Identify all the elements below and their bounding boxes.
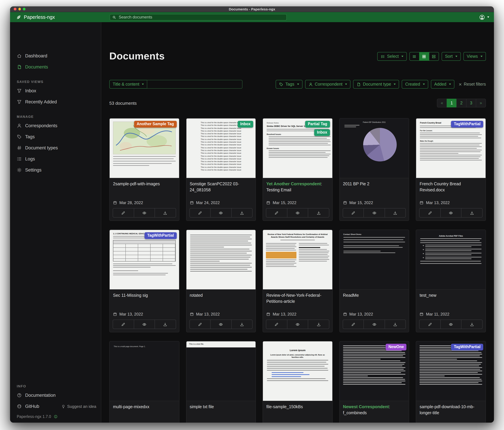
view-grid-button[interactable]	[419, 52, 429, 61]
user-menu[interactable]	[479, 14, 489, 20]
edit-button[interactable]	[343, 208, 364, 217]
tag-badge[interactable]: Inbox	[314, 129, 330, 136]
sidebar-item-inbox[interactable]: Inbox	[10, 85, 101, 96]
preview-button[interactable]	[210, 320, 231, 329]
document-card[interactable]: Contact Sheet DemoReadMeMar 13, 2022	[339, 230, 409, 332]
document-card[interactable]: TagWithPartialFrench Country BreadFor th…	[416, 118, 486, 221]
tag-badge[interactable]: Inbox	[238, 121, 253, 128]
document-title[interactable]: ReadMe	[340, 290, 409, 299]
document-card[interactable]: Adobe Acrobat PDF Filestest_newMar 11, 2…	[416, 230, 486, 332]
document-card[interactable]: NewOneNewest Correspondent: f_combineds	[339, 341, 409, 423]
document-card[interactable]: Patient BP Distribution 20112011 BP Pie …	[339, 118, 409, 221]
document-thumbnail[interactable]: This is a test file.	[186, 341, 255, 401]
preview-button[interactable]	[210, 208, 231, 217]
edit-button[interactable]	[420, 208, 440, 217]
preview-button[interactable]	[134, 320, 155, 329]
download-button[interactable]	[385, 320, 405, 329]
suggest-idea-link[interactable]: Suggest an idea	[62, 404, 96, 409]
document-title[interactable]: 2sample-pdf-with-images	[110, 178, 179, 187]
sort-button[interactable]: Sort	[442, 52, 461, 61]
sidebar-item-documents[interactable]: Documents	[10, 61, 101, 73]
document-title[interactable]: multi-page-mixedxx	[110, 401, 179, 410]
download-button[interactable]	[155, 208, 176, 217]
document-title[interactable]: sample-pdf-download-10-mb-longer-title	[416, 401, 486, 416]
title-content-filter-input[interactable]	[147, 80, 243, 89]
tag-badge[interactable]: TagWithPartial	[451, 344, 483, 350]
document-card[interactable]: This is a multi page document. Page 1.mu…	[109, 341, 179, 423]
edit-button[interactable]	[113, 208, 134, 217]
document-title[interactable]: 2011 BP Pie 2	[340, 178, 409, 187]
document-thumbnail[interactable]: Lorem ipsumLorem ipsum dolor sit amet, c…	[263, 341, 332, 401]
tag-badge[interactable]: TagWithPartial	[451, 121, 483, 128]
document-card[interactable]: Another Sample Tag2sample-pdf-with-image…	[109, 118, 179, 221]
document-thumbnail[interactable]: This is a multi page document. Page 1.	[110, 341, 179, 401]
document-thumbnail[interactable]: Review of New York Federal Petitions for…	[263, 230, 332, 290]
edit-button[interactable]	[266, 208, 287, 217]
document-card[interactable]: Partial TagInboxRelease NotesSimba ODBC …	[262, 118, 333, 221]
document-title[interactable]: Sonstige ScanPC2022 03-24_081058	[186, 178, 255, 193]
sidebar-item-settings[interactable]: Settings	[10, 165, 101, 176]
tag-badge[interactable]: Another Sample Tag	[134, 121, 177, 128]
document-card[interactable]: Review of New York Federal Petitions for…	[262, 230, 333, 332]
download-button[interactable]	[385, 208, 405, 217]
sidebar-item-documentation[interactable]: Documentation	[10, 390, 101, 401]
document-thumbnail[interactable]: Contact Sheet Demo	[340, 230, 409, 290]
filter-added-button[interactable]: Added	[431, 80, 454, 89]
document-thumbnail[interactable]	[186, 230, 255, 290]
preview-button[interactable]	[364, 208, 385, 217]
document-card[interactable]: This is a test file.simple txt file	[186, 341, 256, 423]
sidebar-item-correspondents[interactable]: Correspondents	[10, 120, 101, 131]
edit-button[interactable]	[343, 320, 364, 329]
document-title[interactable]: rotated	[186, 290, 255, 299]
zoom-window-button[interactable]	[23, 8, 25, 10]
sidebar-item-recently-added[interactable]: Recently Added	[10, 96, 101, 107]
filter-field-button[interactable]: Title & content	[109, 80, 147, 89]
preview-button[interactable]	[287, 320, 308, 329]
pagination-page-1[interactable]: 1	[447, 99, 457, 107]
download-button[interactable]	[155, 320, 176, 329]
filter-correspondent-button[interactable]: Correspondent	[305, 80, 351, 89]
edit-button[interactable]	[420, 320, 440, 329]
download-button[interactable]	[231, 208, 252, 217]
pagination-prev-button[interactable]: «	[437, 99, 447, 107]
document-card[interactable]: TagWithPartial1.1 CONTINUING MEDICAL EDU…	[109, 230, 179, 332]
download-button[interactable]	[308, 320, 329, 329]
select-button[interactable]: Select	[377, 52, 407, 61]
preview-button[interactable]	[440, 320, 461, 329]
minimize-window-button[interactable]	[18, 8, 21, 10]
pagination-page-3[interactable]: 3	[466, 99, 476, 107]
edit-button[interactable]	[190, 208, 210, 217]
document-card[interactable]: InboxThis is a test for the double space…	[186, 118, 256, 221]
pagination-next-button[interactable]: »	[476, 99, 486, 107]
document-thumbnail[interactable]: Patient BP Distribution 2011	[340, 119, 409, 178]
global-search[interactable]	[110, 14, 287, 20]
edit-button[interactable]	[113, 320, 134, 329]
close-window-button[interactable]	[14, 8, 16, 10]
view-list-button[interactable]	[409, 52, 420, 61]
download-button[interactable]	[461, 320, 482, 329]
sidebar-item-document-types[interactable]: Document types	[10, 142, 101, 153]
filter-created-button[interactable]: Created	[402, 80, 428, 89]
document-title[interactable]: Newest Correspondent: f_combineds	[340, 401, 409, 416]
document-title[interactable]: simple txt file	[186, 401, 255, 410]
tag-badge[interactable]: TagWithPartial	[144, 232, 177, 239]
filter-tags-button[interactable]: Tags	[276, 80, 302, 89]
document-card[interactable]: Lorem ipsumLorem ipsum dolor sit amet, c…	[262, 341, 333, 423]
reset-filters-link[interactable]: Reset filters	[459, 82, 486, 87]
document-card[interactable]: rotatedMar 13, 2022	[186, 230, 256, 332]
views-button[interactable]: Views	[463, 52, 486, 61]
brand[interactable]: Paperless-ngx	[16, 14, 101, 20]
sidebar-item-logs[interactable]: Logs	[10, 153, 101, 165]
sidebar-item-tags[interactable]: Tags	[10, 131, 101, 142]
sidebar-item-github[interactable]: GitHub	[10, 401, 46, 412]
tag-badge[interactable]: NewOne	[386, 344, 407, 350]
search-input[interactable]	[118, 14, 284, 20]
document-card[interactable]: TagWithPartialsample-pdf-download-10-mb-…	[416, 341, 486, 423]
tag-badge[interactable]: Partial Tag	[305, 121, 330, 128]
document-title[interactable]: Review-of-New-York-Federal-Petitions-art…	[263, 290, 332, 304]
download-button[interactable]	[308, 208, 329, 217]
view-detail-button[interactable]	[429, 52, 439, 61]
download-button[interactable]	[231, 320, 252, 329]
document-title[interactable]: French Country Bread Revised.docx	[416, 178, 486, 193]
document-title[interactable]: Yet Another Correspondent: Testing Email	[263, 178, 332, 193]
